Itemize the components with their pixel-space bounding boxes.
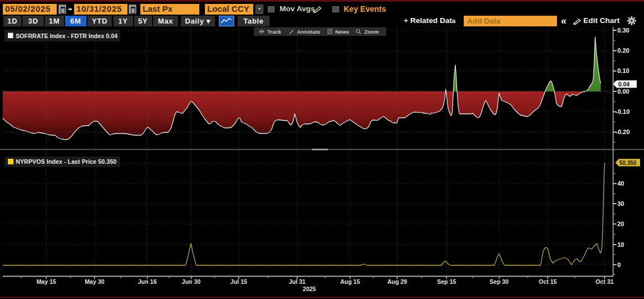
svg-text:0.20: 0.20 <box>618 47 629 54</box>
svg-text:Annotate: Annotate <box>297 29 320 35</box>
svg-text:0.00: 0.00 <box>618 88 629 95</box>
svg-text:NYRPVOS Index - Last Price 50.: NYRPVOS Index - Last Price 50.350 <box>16 158 117 165</box>
svg-text:20: 20 <box>618 220 624 227</box>
svg-text:0.10: 0.10 <box>618 67 629 74</box>
svg-text:2025: 2025 <box>303 286 316 292</box>
svg-text:40: 40 <box>618 180 624 187</box>
svg-text:0.04: 0.04 <box>618 81 630 88</box>
svg-text:News: News <box>335 29 349 35</box>
svg-text:Oct 15: Oct 15 <box>539 278 557 285</box>
svg-text:Aug 29: Aug 29 <box>387 278 407 285</box>
svg-text:Track: Track <box>267 29 282 35</box>
svg-text:0: 0 <box>618 261 621 268</box>
svg-text:-0.20: -0.20 <box>616 128 630 135</box>
svg-text:Zoom: Zoom <box>364 29 379 35</box>
svg-text:Sep 15: Sep 15 <box>437 278 456 285</box>
svg-text:50.350: 50.350 <box>619 160 637 166</box>
svg-text:SOFRRATE Index - FDTR Index 0.: SOFRRATE Index - FDTR Index 0.04 <box>16 33 118 39</box>
svg-text:10: 10 <box>618 241 624 248</box>
svg-text:Jun 30: Jun 30 <box>182 278 200 285</box>
svg-text:Jul 31: Jul 31 <box>289 278 305 285</box>
svg-text:Oct 31: Oct 31 <box>596 278 614 285</box>
svg-text:0.30: 0.30 <box>618 27 629 34</box>
svg-text:May 15: May 15 <box>36 278 56 285</box>
svg-text:Jul 15: Jul 15 <box>230 278 247 285</box>
svg-text:Sep 30: Sep 30 <box>490 278 509 285</box>
svg-text:Aug 15: Aug 15 <box>340 278 360 285</box>
svg-text:May 30: May 30 <box>85 278 104 285</box>
svg-text:Jun 16: Jun 16 <box>138 278 157 285</box>
svg-text:30: 30 <box>618 200 624 207</box>
svg-text:-0.10: -0.10 <box>616 108 630 115</box>
